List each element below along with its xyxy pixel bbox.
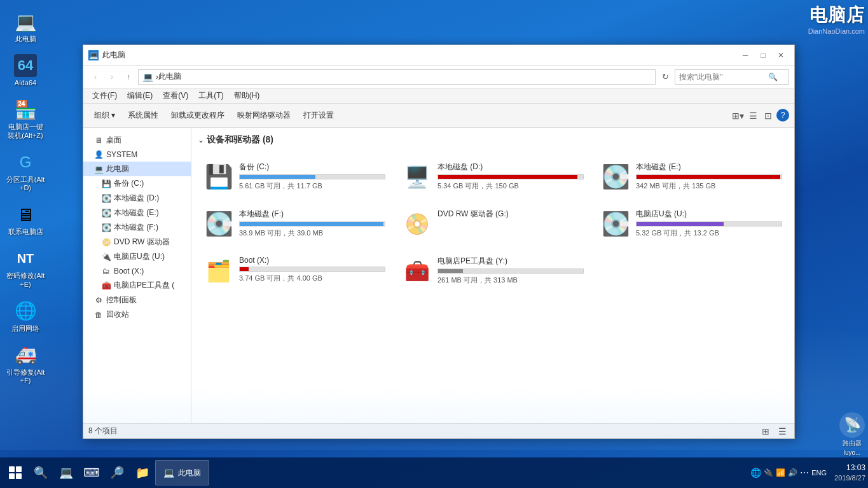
aida64-icon: 64 <box>14 54 37 77</box>
drive-item-x[interactable]: 🗂️ Boot (X:) 3.74 GB 可用，共 4.00 GB <box>198 250 391 292</box>
minimize-button[interactable]: ─ <box>737 49 754 62</box>
drives-grid: 💾 备份 (C:) 5.61 GB 可用，共 11.7 GB 🖥️ <box>198 156 788 292</box>
drive-info-f: 本地磁盘 (F:) 38.9 MB 可用，共 39.0 MB <box>239 209 385 238</box>
sidebar-item-local-f[interactable]: 💽 本地磁盘 (F:) <box>83 220 191 235</box>
sidebar-item-control-panel[interactable]: ⚙ 控制面板 <box>83 293 191 307</box>
forward-button[interactable]: › <box>105 70 119 84</box>
open-settings-button[interactable]: 打开设置 <box>298 107 340 124</box>
drive-item-y[interactable]: 🧰 电脑店PE工具盘 (Y:) 261 MB 可用，共 313 MB <box>396 250 589 292</box>
diannaodian-icon: 🏪 <box>14 98 37 121</box>
drive-bar-u <box>636 221 782 227</box>
sidebar-item-petool-y[interactable]: 🧰 电脑店PE工具盘 ( <box>83 278 191 293</box>
status-view-btn2[interactable]: ☰ <box>775 424 789 438</box>
menu-help[interactable]: 帮助(H) <box>230 89 264 102</box>
desktop-icon-password[interactable]: NT 密码修改(Alt+E) <box>3 243 48 292</box>
this-pc-label: 此电脑 <box>15 35 36 43</box>
drive-size-d: 5.34 GB 可用，共 150 GB <box>437 181 584 191</box>
title-bar-icon: 💻 <box>88 50 99 60</box>
taskbar-icon-keyboard[interactable]: ⌨ <box>79 460 104 485</box>
status-right: ⊞ ☰ <box>759 424 789 438</box>
local-e-sidebar-icon: 💽 <box>101 208 111 218</box>
desktop-icon-partition[interactable]: G 分区工具(Alt+D) <box>3 147 48 196</box>
taskbar-icon-search[interactable]: 🔍 <box>28 460 53 485</box>
sidebar-label-system: SYSTEM <box>106 150 137 159</box>
back-button[interactable]: ‹ <box>88 70 102 84</box>
password-icon: NT <box>14 247 37 270</box>
drive-item-d[interactable]: 🖥️ 本地磁盘 (D:) 5.34 GB 可用，共 150 GB <box>396 156 589 198</box>
status-view-btn1[interactable]: ⊞ <box>759 424 773 438</box>
taskbar-icon-pc[interactable]: 💻 <box>53 460 79 485</box>
drive-size-e: 342 MB 可用，共 135 GB <box>636 181 782 191</box>
desktop-icon-remote[interactable]: 🖥 联系电脑店 <box>3 199 48 240</box>
taskbar-window-icon: 💻 <box>163 468 174 478</box>
drive-name-c: 备份 (C:) <box>239 162 385 172</box>
desktop-icon-diannaodian[interactable]: 🏪 电脑店一键装机(Alt+Z) <box>3 94 48 143</box>
drive-item-f[interactable]: 💽 本地磁盘 (F:) 38.9 MB 可用，共 39.0 MB <box>198 203 391 245</box>
drive-name-d: 本地磁盘 (D:) <box>437 162 584 172</box>
sidebar-item-desktop[interactable]: 🖥 桌面 <box>83 133 191 148</box>
taskbar-keyboard-icon: ⌨ <box>83 466 100 480</box>
tiles-view-button[interactable]: ⊡ <box>761 109 775 123</box>
drive-size-u: 5.32 GB 可用，共 13.2 GB <box>636 228 782 238</box>
help-button[interactable]: ? <box>776 109 789 122</box>
sidebar-item-udisk-u[interactable]: 🔌 电脑店U盘 (U:) <box>83 249 191 264</box>
drive-info-c: 备份 (C:) 5.61 GB 可用，共 11.7 GB <box>239 162 385 191</box>
sidebar-item-local-d[interactable]: 💽 本地磁盘 (D:) <box>83 191 191 206</box>
menu-edit[interactable]: 编辑(E) <box>123 89 156 102</box>
drive-bar-y <box>437 268 584 274</box>
close-button[interactable]: ✕ <box>773 49 789 62</box>
taskbar-window-this-pc[interactable]: 💻 此电脑 <box>155 460 209 485</box>
drive-size-f: 38.9 MB 可用，共 39.0 MB <box>239 228 385 238</box>
toolbar: 组织 ▾ 系统属性 卸载或更改程序 映射网络驱动器 打开设置 ⊞▾ ☰ ⊡ ? <box>83 104 794 128</box>
drive-item-e[interactable]: 💽 本地磁盘 (E:) 342 MB 可用，共 135 GB <box>595 156 788 198</box>
desktop-icon-this-pc[interactable]: 💻 此电脑 <box>3 6 48 47</box>
tray-ellipsis[interactable]: ⋯ <box>800 468 809 478</box>
menu-file[interactable]: 文件(F) <box>88 89 121 102</box>
taskbar-date: 2019/8/27 <box>834 473 865 482</box>
brand-name: 电脑店 <box>808 3 865 27</box>
search-input[interactable] <box>679 73 768 81</box>
maximize-button[interactable]: □ <box>755 49 771 62</box>
search-box[interactable]: 🔍 <box>675 69 789 85</box>
sidebar-item-backup-c[interactable]: 💾 备份 (C:) <box>83 176 191 191</box>
organize-button[interactable]: 组织 ▾ <box>88 107 121 124</box>
drive-fill-y <box>438 269 463 273</box>
drive-icon-d: 🖥️ <box>402 162 432 192</box>
drive-bar-d <box>437 174 584 179</box>
sidebar-item-system[interactable]: 👤 SYSTEM <box>83 148 191 162</box>
menu-tools[interactable]: 工具(T) <box>195 89 227 102</box>
refresh-button[interactable]: ↻ <box>658 70 672 84</box>
desktop-icon-aida64[interactable]: 64 Aida64 <box>3 50 48 91</box>
uninstall-button[interactable]: 卸载或更改程序 <box>165 107 230 124</box>
drive-icon-y: 🧰 <box>402 256 432 286</box>
map-drive-button[interactable]: 映射网络驱动器 <box>231 107 296 124</box>
toolbar-right: ⊞▾ ☰ ⊡ ? <box>731 109 789 123</box>
address-path[interactable]: 💻 › 此电脑 <box>138 69 656 85</box>
up-button[interactable]: ↑ <box>121 70 135 84</box>
system-properties-button[interactable]: 系统属性 <box>122 107 164 124</box>
section-title: 设备和驱动器 (8) <box>207 134 273 146</box>
taskbar-right: 🌐 🔌 📶 🔊 ⋯ ENG 13:03 2019/8/27 <box>750 463 865 482</box>
sidebar-item-this-pc[interactable]: 💻 此电脑 <box>83 162 191 176</box>
diannaodian-label: 电脑店一键装机(Alt+Z) <box>5 123 46 139</box>
sidebar-item-dvd-g[interactable]: 📀 DVD RW 驱动器 <box>83 235 191 249</box>
drive-item-g[interactable]: 📀 DVD RW 驱动器 (G:) <box>396 203 589 245</box>
view-options-button[interactable]: ⊞▾ <box>731 109 745 123</box>
drive-info-x: Boot (X:) 3.74 GB 可用，共 4.00 GB <box>239 256 385 283</box>
sidebar-item-local-e[interactable]: 💽 本地磁盘 (E:) <box>83 206 191 220</box>
desktop-icon-network[interactable]: 🌐 启用网络 <box>3 296 48 337</box>
section-chevron: ⌄ <box>198 136 204 144</box>
sidebar-item-boot-x[interactable]: 🗂 Boot (X:) <box>83 264 191 278</box>
drive-item-c[interactable]: 💾 备份 (C:) 5.61 GB 可用，共 11.7 GB <box>198 156 391 198</box>
taskbar-icon-magnify[interactable]: 🔎 <box>104 460 130 485</box>
desktop-icon-bootfix[interactable]: 🚑 引导修复(Alt+F) <box>3 340 48 389</box>
menu-view[interactable]: 查看(V) <box>159 89 192 102</box>
path-current: 此电脑 <box>158 71 181 82</box>
start-button[interactable] <box>3 460 28 485</box>
tray-flag-icon: 🌐 <box>750 468 761 478</box>
sidebar-item-recycle-bin[interactable]: 🗑 回收站 <box>83 307 191 322</box>
drive-item-u[interactable]: 💽 电脑店U盘 (U:) 5.32 GB 可用，共 13.2 GB <box>595 203 788 245</box>
taskbar-icon-folder[interactable]: 📁 <box>130 460 155 485</box>
tray-volume-icon: 🔊 <box>788 468 797 477</box>
details-view-button[interactable]: ☰ <box>746 109 760 123</box>
